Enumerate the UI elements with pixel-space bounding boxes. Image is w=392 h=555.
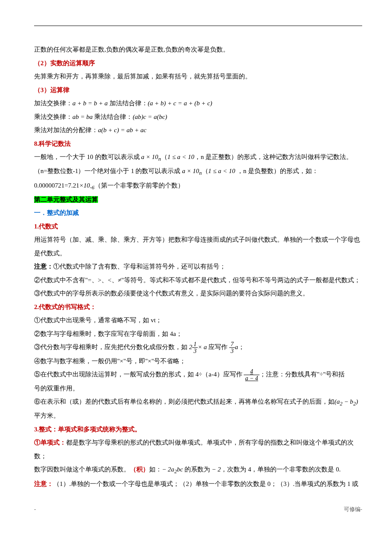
text: （n=整数位数-1）一个绝对值小于 1 的数可以表示成	[34, 168, 182, 174]
text: （第一个非零数字前零的个数）	[95, 182, 184, 189]
equation: 1 ≤ a < 10	[167, 153, 194, 160]
para-sci3: 0.00000721=7.21×10-6（第一个非零数字前零的个数）	[34, 179, 362, 193]
text: 如：	[149, 466, 162, 473]
equation: − 2	[212, 466, 221, 473]
para-w5b: 号的双重作用。	[34, 382, 362, 396]
heading-laws: （3）运算律	[34, 84, 362, 97]
label: 乘法交换律：	[34, 113, 72, 120]
para-w2: ②数字与字母相乘时，数字应写在字母前面，如 4a；	[34, 327, 362, 341]
para-w6b: 平方米。	[34, 409, 362, 423]
equation: (a2 − b2)	[334, 398, 358, 405]
heading-algebraic: 1.代数式	[34, 220, 362, 234]
equation: × a	[198, 344, 207, 350]
text: ，n 是负整数）的形式，如：	[235, 168, 318, 174]
equation: (a + b) + c = a + (b + c)	[148, 100, 212, 107]
section-1: 一．整式的加减	[34, 206, 362, 220]
footer-right: 可修编-	[344, 503, 362, 515]
heading-order: （2）实数的运算顺序	[34, 57, 362, 70]
text: （	[202, 168, 208, 174]
text: （1）.单独的一个数或一个字母也是单项式；（2）单独一个非零数的次数是 0；（3…	[53, 480, 358, 487]
fraction: 4a − 4	[244, 368, 259, 382]
para-note-bottom: 注意：（1）.单独的一个数或一个字母也是单项式；（2）单独一个非零数的次数是 0…	[34, 477, 362, 491]
equation: ab = ba	[72, 113, 93, 120]
text: ；	[238, 344, 245, 350]
para-note1: 注意：①代数式中除了含有数、字母和运算符号外，还可以有括号；	[34, 260, 362, 274]
para-w5: ⑤在代数式中出现除法运算时，一般写成分数的形式，如 4÷（a-4）应写作 4a …	[34, 368, 362, 382]
equation: a(b + c) = ab + ac	[98, 127, 147, 133]
footer-left: -	[34, 503, 36, 515]
whole: 2	[189, 344, 193, 350]
equation: a + b = b + a	[72, 100, 108, 107]
heading-zhengshi: 3.整式：单项式和多项式统称为整式。	[34, 423, 362, 436]
heading-writing: 2.代数式的书写格式：	[34, 301, 362, 314]
para-order: 先算乘方和开方，再算乘除，最后算加减，如果有括号，就先算括号里面的。	[34, 70, 362, 84]
text: ⑥在表示和（或）差的代数式后有单位名称的，则必须把代数式括起来，再将单位名称写在…	[34, 398, 334, 405]
footer: - 可修编-	[34, 503, 362, 515]
equation: − 2a2bc	[162, 466, 183, 473]
content-area: 正数的任何次幂都是正数,负数的偶次幂是正数,负数的奇次幂是负数。 （2）实数的运…	[34, 26, 362, 491]
note-label: 注意：	[34, 480, 53, 487]
para-sci2: （n=整数位数-1）一个绝对值小于 1 的数可以表示成 a × 10n（1 ≤ …	[34, 165, 362, 179]
para-sci1: 一般地，一个大于 10 的数可以表示成 a × 10n（1 ≤ a < 10，n…	[34, 150, 362, 165]
text: ；注意：分数线具有"÷"号和括	[259, 371, 345, 378]
text: （	[161, 153, 167, 160]
text: 0.00000721=7.21	[34, 182, 79, 189]
sublabel: ①单项式：	[34, 439, 66, 446]
para-w3: ③代分数与字母相乘时，应先把代分数化成假分数，如 213× a 应写作 73a；	[34, 341, 362, 354]
emph: （积）	[130, 466, 149, 473]
para-distrib: 乘法对加法的分配律：a(b + c) = ab + ac	[34, 124, 362, 137]
label: 加法结合律：	[108, 100, 148, 107]
text: 的系数为	[183, 466, 212, 473]
label: 乘法结合律：	[93, 113, 133, 120]
fraction: 13	[192, 341, 198, 355]
page: 正数的任何次幂都是正数,负数的偶次幂是正数,负数的奇次幂是负数。 （2）实数的运…	[34, 26, 362, 491]
text: ，n 是正整数）的形式，这种记数方法叫做科学记数法。	[194, 153, 352, 160]
para-note2: ②代数式中不含有"=、>、<、≠"等符号。等式和不等式都不是代数式，但等号和不等…	[34, 274, 362, 287]
fraction: 73	[229, 341, 235, 355]
equation: a × 10n	[182, 168, 202, 174]
para-power: 正数的任何次幂都是正数,负数的偶次幂是正数,负数的奇次幂是负数。	[34, 43, 362, 57]
equation: ×10-6	[79, 182, 95, 189]
text: ⑤在代数式中出现除法运算时，一般写成分数的形式，如 4÷（a-4）应写作	[34, 371, 244, 378]
equation: a × 10n	[141, 153, 161, 160]
text: 数字因数叫做这个单项式的系数。	[34, 466, 130, 473]
var: a	[235, 344, 238, 350]
label: 乘法对加法的分配律：	[34, 127, 98, 133]
text: 应写作	[207, 344, 230, 350]
text: ，次数为 4，单独的一个非零数的次数是 0.	[221, 466, 340, 473]
heading-sci-notation: 8.科学记数法	[34, 137, 362, 151]
equation: 1 ≤ a < 10	[208, 168, 235, 174]
label: 加法交换律：	[34, 100, 72, 107]
para-def: 用运算符号（加、减、乘、除、乘方、开方等）把数和字母连接而成的式子叫做代数式。单…	[34, 233, 362, 260]
para-w4: ④数字与数字相乘，一般仍用"×"号，即"×"号不省略；	[34, 355, 362, 368]
text: 一般地，一个大于 10 的数可以表示成	[34, 153, 141, 160]
para-coef: 数字因数叫做这个单项式的系数。（积）如：− 2a2bc 的系数为 − 2，次数为…	[34, 463, 362, 477]
text: ①代数式中除了含有数、字母和运算符号外，还可以有括号；	[53, 263, 226, 270]
para-comm-mul: 乘法交换律：ab = ba 乘法结合律：(ab)c = a(bc)	[34, 110, 362, 124]
para-note3: ③代数式中的字母所表示的数必须要使这个代数式有意义，是实际问题的要符合实际问题的…	[34, 287, 362, 301]
para-w1: ①代数式中出现乘号，通常省略不写，如 vt；	[34, 314, 362, 327]
text: 都是数字与字母乘积的形式的代数式叫做单项式。单项式中，所有字母的指数之和叫做这个…	[34, 439, 354, 460]
highlight: 第二单元整式及其运算	[34, 196, 98, 203]
text: ③代分数与字母相乘时，应先把代分数化成假分数，如	[34, 344, 189, 350]
para-w6: ⑥在表示和（或）差的代数式后有单位名称的，则必须把代数式括起来，再将单位名称写在…	[34, 395, 362, 409]
para-comm-add: 加法交换律：a + b = b + a 加法结合律：(a + b) + c = …	[34, 97, 362, 110]
para-mono: ①单项式：都是数字与字母乘积的形式的代数式叫做单项式。单项式中，所有字母的指数之…	[34, 436, 362, 463]
equation: (ab)c = a(bc)	[133, 113, 167, 120]
unit-title: 第二单元整式及其运算	[34, 193, 362, 207]
note-label: 注意：	[34, 263, 53, 270]
